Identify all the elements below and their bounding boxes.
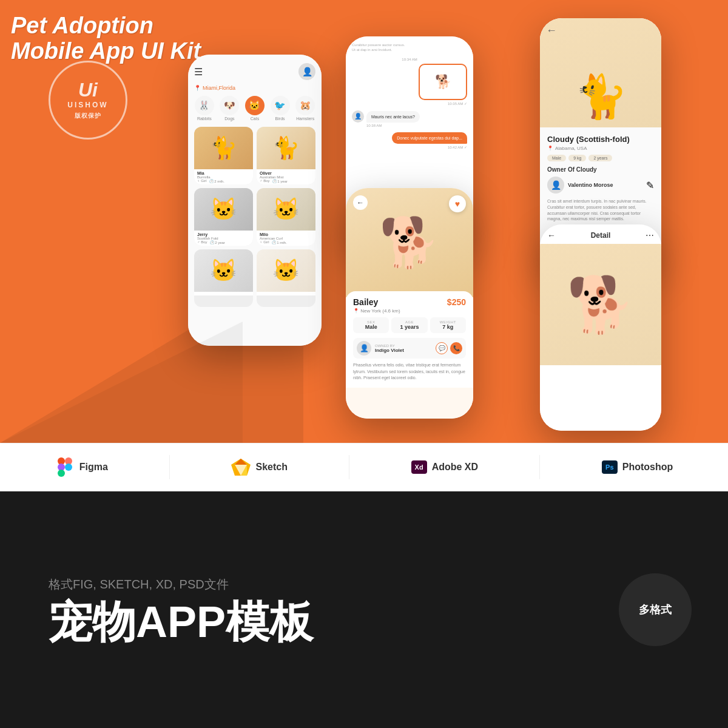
location-text: Miami,Florida: [203, 85, 235, 91]
cats-icon: 🐱: [245, 96, 265, 115]
dog-stats-row: SEX Male AGE 1 years WEIGHT 7 kg: [353, 317, 466, 333]
sketch-label: Sketch: [255, 462, 287, 473]
header-text-block: Pet Adoption Mobile App UI Kit: [11, 13, 201, 64]
dog-name: Bailey: [353, 297, 378, 307]
phone-dog-detail: 🐕 ← ♥ Bailey $250 📍 New York (4.6 km) SE…: [346, 188, 473, 419]
figma-icon: [55, 457, 75, 477]
svg-rect-3: [58, 470, 65, 477]
stamp-ui-label: Ui: [78, 80, 98, 99]
category-rabbits[interactable]: 🐰 Rabbits: [195, 96, 214, 121]
detail-title: Detail: [591, 231, 611, 240]
pet-card-mia[interactable]: 🐈 Mia Burmilla ♀ Girl 🕐 2 mth.: [194, 127, 253, 184]
title-line2: Mobile App UI Kit: [11, 39, 201, 64]
detail-more-icon[interactable]: ⋯: [645, 231, 654, 240]
heart-favorite-button[interactable]: ♥: [449, 195, 466, 212]
multi-format-badge: 多格式: [619, 573, 692, 646]
dog-image-area: 🐕 ← ♥: [346, 188, 473, 297]
cat-listing-screen: ☰ 👤 📍 Miami,Florida 🐰 Rabbits 🐶 Dogs: [188, 55, 322, 346]
pet-info-milo: Milo American Curl ♀ Girl 🕐 1 mth.: [257, 231, 315, 246]
cats-label: Cats: [251, 116, 259, 121]
birds-label: Birds: [275, 116, 285, 121]
cat-location-text: Alabama, USA: [555, 146, 587, 151]
user-avatar[interactable]: 👤: [298, 63, 315, 80]
tools-section: Figma Sketch Xd Adobe XD Ps Photoshop: [0, 443, 728, 491]
dog-price: $250: [447, 297, 466, 307]
phone-detail-beagle: ← Detail ⋯ 🐕: [540, 224, 661, 431]
pet-card-5[interactable]: 🐱: [194, 249, 253, 307]
pet-info-mia: Mia Burmilla ♀ Girl 🕐 2 mth.: [194, 169, 253, 184]
owner-card-name-text: Valentino Morose: [568, 182, 613, 188]
owner-section-title: Owner Of Cloudy: [547, 166, 654, 173]
pet-card-6[interactable]: 🐱: [257, 249, 315, 307]
cat-illustration: 🐈: [575, 72, 627, 127]
location-pin-icon: 📍: [194, 85, 201, 91]
dog-info-panel: Bailey $250 📍 New York (4.6 km) SEX Male…: [346, 291, 473, 388]
category-cats[interactable]: 🐱 Cats: [245, 96, 265, 121]
dogs-label: Dogs: [224, 116, 234, 121]
pet-card-jerry[interactable]: 🐱 Jerry Scottish Fold ♂ Boy 🕐 2 year: [194, 188, 253, 246]
chat-bubble-right-1: Donec vulputate egestas dui dap...: [392, 132, 467, 144]
owner-edit-icon[interactable]: ✎: [646, 180, 654, 191]
back-icon[interactable]: ←: [546, 24, 557, 37]
detail-screen: ← Detail ⋯ 🐕: [540, 224, 661, 431]
pet-name-milo: Milo: [260, 232, 312, 237]
ps-icon: Ps: [602, 460, 618, 474]
cat-tag-gender: Male: [547, 155, 566, 161]
dogs-icon: 🐶: [220, 96, 239, 115]
stat-sex: SEX Male: [353, 317, 389, 333]
divider-2: [349, 455, 349, 479]
location-row: 📍 Miami,Florida: [194, 85, 315, 91]
call-owner-button[interactable]: 📞: [450, 342, 462, 354]
category-row: 🐰 Rabbits 🐶 Dogs 🐱 Cats 🐦 Birds 🐹: [194, 96, 315, 121]
pet-age-oliver: 🕐 1 year: [272, 179, 288, 183]
screen-header: ☰ 👤: [194, 63, 315, 80]
chat-message-image: 🐕 10:35 AM ✓: [352, 64, 467, 106]
pet-name-oliver: Oliver: [260, 171, 312, 175]
dog-detail-screen: 🐕 ← ♥ Bailey $250 📍 New York (4.6 km) SE…: [346, 188, 473, 419]
chat-time-1: 10:34 AM: [352, 58, 467, 61]
pet-name-jerry: Jerry: [197, 232, 250, 237]
multi-format-text: 多格式: [639, 602, 672, 617]
pet-image-jerry: 🐱: [194, 188, 253, 231]
rabbits-label: Rabbits: [197, 116, 212, 121]
chat-avatar-left: 👤: [352, 110, 364, 123]
title-line1: Pet Adoption: [11, 13, 201, 39]
chat-bubble-left-1: Mauris nec ante lacus?: [366, 111, 420, 123]
pet-info-6: [257, 292, 315, 295]
detail-header: ← Detail ⋯: [540, 224, 661, 244]
owner-card: 👤 Valentino Morose ✎: [547, 177, 654, 194]
xd-icon: Xd: [411, 460, 427, 474]
hamsters-icon: 🐹: [295, 96, 315, 115]
pet-card-oliver[interactable]: 🐈 Oliver Australian Mist ♂ Boy 🕐 1 year: [257, 127, 315, 184]
bottom-subtitle: 格式FIG, SKETCH, XD, PSD文件: [49, 576, 679, 593]
hamburger-icon[interactable]: ☰: [194, 66, 203, 78]
owner-name: Indigo Violet: [375, 348, 432, 353]
pet-image-mia: 🐈: [194, 127, 253, 169]
category-hamsters[interactable]: 🐹 Hamsters: [295, 96, 315, 121]
chat-message-right: Donec vulputate egestas dui dap... 10:42…: [352, 132, 467, 149]
pet-card-milo[interactable]: 🐱 Milo American Curl ♀ Girl 🕐 1 mth.: [257, 188, 315, 246]
category-birds[interactable]: 🐦 Birds: [271, 96, 290, 121]
stat-age-value: 1 years: [394, 324, 425, 330]
pet-meta-jerry: ♂ Boy 🕐 2 year: [197, 240, 250, 244]
chat-owner-button[interactable]: 💬: [436, 342, 448, 354]
cat-image-area: ← 🐈: [540, 18, 661, 127]
dog-name-row: Bailey $250: [353, 297, 466, 307]
cat-name-row: Cloudy (Scottish-fold): [547, 135, 654, 144]
category-dogs[interactable]: 🐶 Dogs: [220, 96, 239, 121]
pet-gender-oliver: ♂ Boy: [260, 179, 270, 183]
divider-1: [169, 455, 170, 479]
owner-card-avatar: 👤: [547, 177, 564, 194]
pet-info-5: [194, 292, 253, 295]
chat-message-left: 👤 Mauris nec ante lacus? 10:38 AM: [352, 110, 467, 127]
pet-meta-oliver: ♂ Boy 🕐 1 year: [260, 179, 312, 183]
tool-figma: Figma: [55, 457, 108, 477]
sketch-icon: [231, 457, 251, 477]
chat-time-3: 10:38 AM: [366, 124, 382, 127]
back-button[interactable]: ←: [353, 195, 368, 210]
owner-avatar: 👤: [357, 341, 371, 356]
stamp-copyright: 版权保护: [75, 112, 101, 120]
hamsters-label: Hamsters: [296, 116, 314, 121]
chat-intro-text: Curabitur posuere auctor cursus.Ut at da…: [352, 42, 467, 53]
detail-back-icon[interactable]: ←: [547, 231, 556, 240]
